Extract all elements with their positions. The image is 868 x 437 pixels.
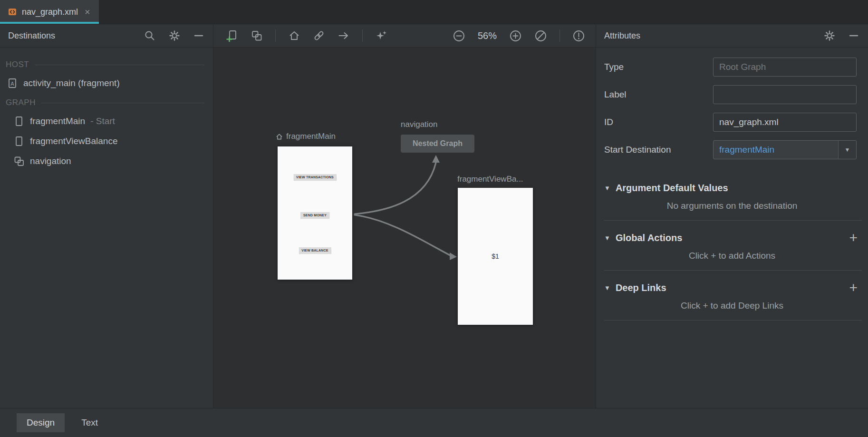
section-empty-text: Click + to add Actions (596, 251, 868, 261)
tab-text[interactable]: Text (71, 413, 108, 432)
preview-button: SEND MONEY (300, 212, 329, 218)
action-edge-to-fragment-view-balance[interactable] (355, 215, 450, 255)
id-field[interactable] (713, 113, 857, 132)
fragment-icon (13, 116, 25, 127)
preview-button: VIEW TRANSACTIONS (293, 174, 337, 180)
node-label-navigation[interactable]: navigation (401, 120, 438, 129)
section-rule (41, 103, 204, 103)
section-header[interactable]: ▼ Argument Default Values (596, 183, 868, 194)
node-fragment-view-balance-preview[interactable]: $1 (458, 188, 533, 325)
toolbar-separator (559, 29, 560, 42)
action-arrow-icon[interactable] (338, 29, 350, 42)
fragment-icon (13, 136, 25, 147)
hide-panel-icon[interactable] (848, 30, 859, 41)
toolbar-separator (275, 29, 276, 42)
section-divider (604, 320, 862, 320)
chevron-down-icon[interactable]: ▼ (604, 234, 610, 242)
editor-tabstrip: nav_graph.xml × (0, 0, 868, 24)
dropdown-arrow-icon[interactable]: ▼ (838, 141, 856, 159)
section-divider (604, 220, 862, 221)
gear-icon[interactable] (168, 29, 181, 42)
svg-text:A: A (10, 81, 14, 87)
section-rule (35, 65, 204, 65)
chevron-down-icon[interactable]: ▼ (604, 185, 610, 192)
preview-text: $1 (492, 252, 499, 260)
action-edge-arrowhead (450, 252, 457, 260)
gear-icon[interactable] (823, 29, 836, 42)
zoom-to-fit-icon[interactable] (534, 29, 547, 42)
section-title: Global Actions (616, 233, 682, 243)
nested-graph-chip-label: Nested Graph (413, 139, 463, 148)
editor-tab-nav-graph[interactable]: nav_graph.xml × (0, 0, 99, 24)
auto-arrange-magic-icon[interactable] (375, 29, 387, 42)
destinations-panel-title: Destinations (8, 31, 55, 41)
attributes-panel-header: Attributes (596, 24, 868, 48)
tree-section-host: HOST (0, 55, 213, 73)
field-row-id: ID (596, 108, 868, 136)
assign-start-home-icon[interactable] (288, 29, 300, 42)
section-deep-links: ▼ Deep Links + Click + to add Deep Links (596, 282, 868, 320)
editor-mode-bar: Design Text (0, 408, 868, 437)
close-tab-icon[interactable]: × (85, 7, 90, 17)
toolbar-separator (362, 29, 363, 42)
preview-button: VIEW BALANCE (299, 247, 331, 253)
label-field[interactable] (713, 85, 857, 104)
section-header[interactable]: ▼ Deep Links + (596, 282, 868, 293)
action-edge-to-navigation[interactable] (355, 163, 436, 214)
section-divider (604, 270, 862, 271)
section-header[interactable]: ▼ Global Actions + (596, 232, 868, 243)
destinations-panel-header: Destinations (0, 24, 213, 48)
add-destination-icon[interactable] (226, 29, 238, 42)
id-field-label: ID (604, 117, 713, 127)
active-tab-underline (0, 22, 99, 24)
type-field[interactable] (713, 58, 857, 77)
node-label-fragment-view-balance[interactable]: fragmentViewBa... (457, 175, 523, 184)
chevron-down-icon[interactable]: ▼ (604, 284, 610, 291)
tree-item-label: navigation (30, 156, 71, 166)
tree-item-fragment-view-balance[interactable]: fragmentViewBalance (0, 131, 213, 151)
section-title: Deep Links (616, 282, 666, 293)
zoom-out-icon[interactable] (453, 29, 465, 42)
design-surface: 56% (213, 24, 596, 408)
hide-panel-icon[interactable] (193, 30, 204, 41)
action-edge-arrowhead (432, 155, 440, 163)
attributes-panel: Attributes Type Label (596, 24, 868, 408)
new-nested-graph-icon[interactable] (251, 29, 263, 42)
destinations-tree: HOST A activity_main (fragment) GRAPH (0, 48, 213, 171)
type-field-label: Type (604, 62, 713, 72)
node-fragment-main-preview[interactable]: VIEW TRANSACTIONS SEND MONEY VIEW BALANC… (278, 146, 352, 280)
zoom-level-label: 56% (478, 30, 497, 41)
attributes-panel-title: Attributes (604, 31, 640, 41)
section-title: Argument Default Values (616, 183, 728, 194)
search-icon[interactable] (144, 29, 156, 42)
node-label-text: fragmentMain (286, 132, 336, 141)
deep-link-icon[interactable] (313, 29, 325, 42)
tab-design[interactable]: Design (17, 413, 65, 432)
start-destination-suffix: - Start (90, 116, 115, 126)
nav-graph-canvas[interactable]: fragmentMain VIEW TRANSACTIONS SEND MONE… (213, 48, 596, 408)
node-label-fragment-main[interactable]: fragmentMain (276, 132, 336, 141)
zoom-in-icon[interactable] (509, 29, 522, 42)
tree-item-activity-main[interactable]: A activity_main (fragment) (0, 73, 213, 93)
start-destination-value: fragmentMain (714, 145, 838, 155)
add-deep-link-button[interactable]: + (849, 282, 858, 293)
section-empty-text: Click + to add Deep Links (596, 301, 868, 311)
start-destination-dropdown[interactable]: fragmentMain ▼ (713, 140, 857, 159)
editor-tab-title: nav_graph.xml (22, 7, 78, 17)
tree-item-label: fragmentMain (30, 116, 85, 126)
tree-item-label: activity_main (fragment) (23, 78, 120, 88)
add-action-button[interactable]: + (849, 232, 858, 243)
tree-section-graph: GRAPH (0, 93, 213, 111)
tree-item-fragment-main[interactable]: fragmentMain - Start (0, 111, 213, 131)
start-destination-home-icon (276, 133, 283, 140)
field-row-type: Type (596, 53, 868, 81)
warnings-errors-icon[interactable] (572, 29, 585, 42)
tree-item-navigation[interactable]: navigation (0, 151, 213, 171)
field-row-start-destination: Start Destination fragmentMain ▼ (596, 136, 868, 164)
node-nested-graph[interactable]: Nested Graph (401, 135, 474, 153)
toolbar-zoom-group: 56% (453, 29, 585, 42)
nested-graph-icon (13, 155, 25, 167)
nav-graph-file-icon (8, 7, 17, 17)
start-destination-field-label: Start Destination (604, 145, 713, 155)
destinations-panel: Destinations HOST (0, 24, 213, 408)
